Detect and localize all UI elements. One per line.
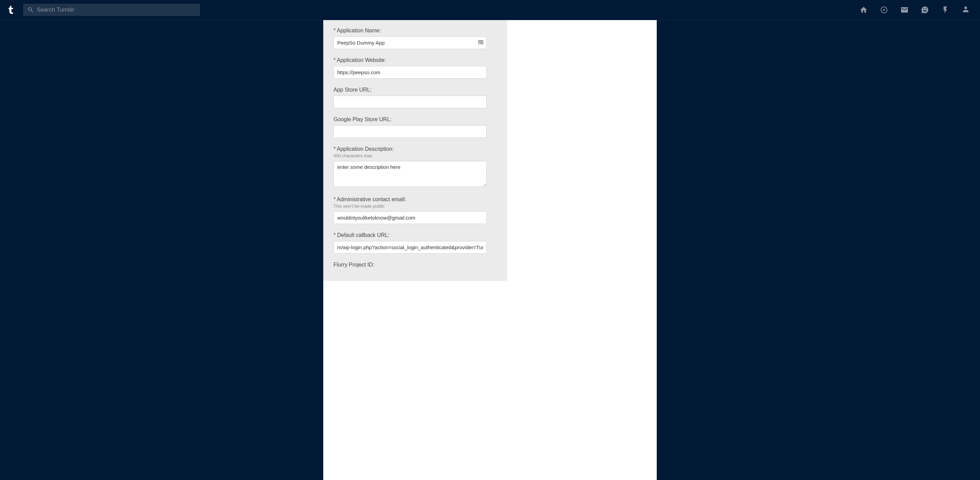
description-input[interactable] — [334, 161, 487, 187]
flurry-label: Flurry Project ID: — [334, 262, 497, 268]
app-website-input[interactable] — [334, 66, 487, 79]
app-name-input[interactable] — [334, 37, 487, 49]
content-sheet: * Application Name: * Application Websit… — [323, 20, 657, 480]
description-label: * Application Description: — [334, 146, 497, 152]
app-form-panel: * Application Name: * Application Websit… — [323, 20, 507, 281]
messaging-icon[interactable] — [921, 6, 929, 14]
admin-email-hint: This won't be made public — [334, 204, 497, 209]
search-icon — [27, 6, 34, 13]
field-app-name: * Application Name: — [334, 27, 497, 49]
field-play-store: Google Play Store URL: — [334, 116, 497, 138]
admin-email-label: * Administrative contact email: — [334, 196, 497, 203]
app-website-label: * Application Website: — [334, 57, 497, 63]
nav-icons — [859, 6, 973, 14]
play-store-input[interactable] — [334, 125, 487, 138]
app-store-label: App Store URL: — [334, 87, 497, 93]
play-store-label: Google Play Store URL: — [334, 116, 497, 123]
field-app-website: * Application Website: — [334, 57, 497, 79]
field-flurry: Flurry Project ID: — [334, 262, 497, 268]
field-admin-email: * Administrative contact email: This won… — [334, 196, 497, 224]
callback-label: * Default callback URL: — [334, 232, 497, 238]
field-callback: * Default callback URL: — [334, 232, 497, 254]
home-icon[interactable] — [859, 6, 868, 14]
search-input[interactable] — [23, 4, 200, 16]
app-store-input[interactable] — [334, 96, 487, 108]
description-hint: 400 characters max — [334, 153, 497, 158]
search-wrap — [23, 4, 200, 16]
page: * Application Name: * Application Websit… — [0, 20, 980, 480]
field-app-store: App Store URL: — [334, 87, 497, 108]
explore-icon[interactable] — [880, 6, 888, 14]
app-name-label: * Application Name: — [334, 27, 497, 34]
admin-email-input[interactable] — [334, 211, 487, 224]
account-icon[interactable] — [962, 6, 970, 14]
activity-icon[interactable] — [941, 6, 950, 14]
callback-input[interactable] — [334, 241, 487, 254]
autofill-icon — [478, 39, 484, 47]
field-description: * Application Description: 400 character… — [334, 146, 497, 188]
tumblr-logo[interactable] — [7, 6, 17, 14]
top-bar — [0, 0, 980, 20]
inbox-icon[interactable] — [900, 6, 908, 14]
